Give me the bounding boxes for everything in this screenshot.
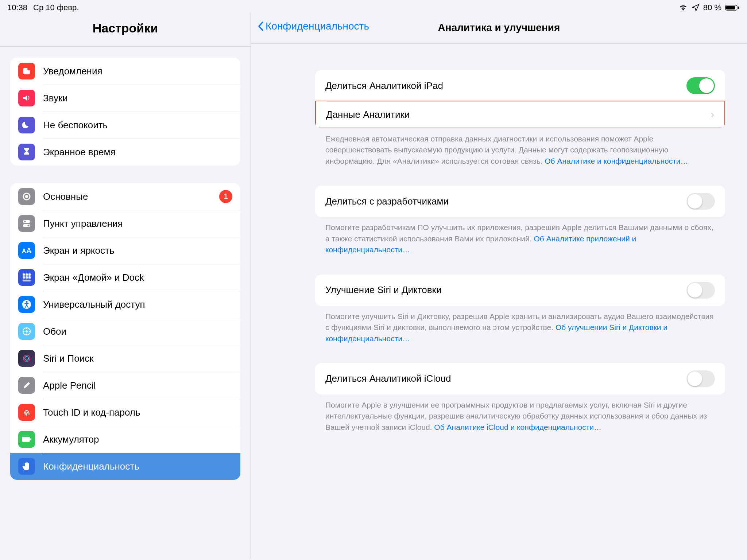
wallpaper-icon	[18, 323, 35, 340]
svg-point-28	[23, 355, 30, 362]
location-icon	[692, 4, 700, 12]
svg-point-4	[27, 67, 30, 70]
section-footer: Помогите улучшить Siri и Диктовку, разре…	[315, 306, 725, 344]
section-footer: Помогите разработчикам ПО улучшить их пр…	[315, 217, 725, 255]
notifications-icon	[18, 63, 35, 79]
svg-point-21	[26, 301, 28, 303]
sidebar-item-label: Siri и Поиск	[43, 353, 232, 364]
back-button[interactable]: Конфиденциальность	[258, 20, 369, 32]
sidebar-item-label: Пункт управления	[43, 218, 232, 229]
sidebar-title: Настройки	[0, 12, 251, 47]
toggle-share-developers[interactable]	[686, 193, 715, 210]
status-time: 10:38	[7, 3, 27, 12]
sidebar-item-label: Экран и яркость	[43, 245, 232, 256]
sidebar-item-dnd[interactable]: Не беспокоить	[10, 112, 240, 139]
svg-rect-1	[726, 6, 735, 9]
sidebar-item-touchid[interactable]: Touch ID и код-пароль	[10, 399, 240, 426]
sidebar-item-display[interactable]: AA Экран и яркость	[10, 237, 240, 264]
battery-icon	[725, 4, 740, 11]
battery-percent: 80 %	[703, 3, 721, 12]
toggle-improve-siri[interactable]	[686, 282, 715, 299]
sidebar-item-label: Основные	[43, 191, 219, 202]
svg-point-6	[25, 195, 28, 198]
pencil-icon	[18, 377, 35, 394]
sidebar-item-label: Экранное время	[43, 147, 232, 158]
battery-icon	[18, 431, 35, 448]
row-share-developers[interactable]: Делиться с разработчиками	[315, 186, 725, 217]
sidebar-item-label: Уведомления	[43, 66, 232, 77]
sidebar-item-home-dock[interactable]: Экран «Домой» и Dock	[10, 264, 240, 291]
gear-icon	[18, 188, 35, 205]
wifi-icon	[678, 4, 688, 11]
svg-rect-18	[28, 276, 31, 279]
svg-point-10	[28, 225, 30, 226]
sidebar-item-label: Touch ID и код-пароль	[43, 407, 232, 418]
svg-rect-14	[26, 273, 28, 276]
sidebar-item-control-center[interactable]: Пункт управления	[10, 210, 240, 237]
toggle-share-ipad-analytics[interactable]	[686, 77, 715, 94]
row-analytics-data[interactable]: Данные Аналитики ›	[315, 101, 725, 128]
badge: 1	[219, 190, 232, 203]
svg-rect-15	[28, 273, 31, 276]
sidebar-item-label: Универсальный доступ	[43, 299, 232, 310]
svg-rect-31	[30, 438, 31, 440]
home-grid-icon	[18, 269, 35, 286]
sidebar-item-accessibility[interactable]: Универсальный доступ	[10, 291, 240, 318]
sidebar-item-privacy[interactable]: Конфиденциальность	[10, 453, 240, 480]
section-footer: Ежедневная автоматическая отправка данны…	[315, 128, 725, 167]
sidebar-item-notifications[interactable]: Уведомления	[10, 58, 240, 85]
svg-rect-19	[23, 280, 31, 281]
svg-rect-17	[26, 276, 28, 279]
row-share-icloud-analytics[interactable]: Делиться Аналитикой iCloud	[315, 363, 725, 394]
sidebar-item-screentime[interactable]: Экранное время	[10, 139, 240, 166]
hourglass-icon	[18, 144, 35, 160]
row-share-ipad-analytics[interactable]: Делиться Аналитикой iPad	[315, 70, 725, 101]
svg-rect-30	[22, 437, 30, 442]
sidebar-item-general[interactable]: Основные 1	[10, 183, 240, 210]
svg-rect-2	[738, 7, 739, 9]
footer-link[interactable]: Об Аналитике и конфиденциальности…	[545, 157, 688, 165]
moon-icon	[18, 117, 35, 133]
svg-text:A: A	[22, 248, 26, 254]
sidebar-group-2: Основные 1 Пункт управления AA Экран и я…	[10, 183, 240, 480]
svg-point-8	[24, 221, 26, 222]
row-label: Делиться с разработчиками	[325, 196, 449, 207]
sidebar-item-sounds[interactable]: Звуки	[10, 85, 240, 112]
accessibility-icon	[18, 296, 35, 313]
sidebar-item-battery[interactable]: Аккумулятор	[10, 426, 240, 453]
sidebar-item-label: Конфиденциальность	[43, 461, 232, 472]
sounds-icon	[18, 90, 35, 106]
analytics-group: Делиться Аналитикой iPad Данные Аналитик…	[315, 70, 725, 128]
status-bar: 10:38 Ср 10 февр. 80 %	[0, 0, 747, 12]
sidebar-item-pencil[interactable]: Apple Pencil	[10, 372, 240, 399]
sidebar-item-wallpaper[interactable]: Обои	[10, 318, 240, 345]
back-label: Конфиденциальность	[266, 20, 369, 32]
toggle-share-icloud-analytics[interactable]	[686, 370, 715, 387]
svg-text:A: A	[26, 246, 31, 254]
row-improve-siri[interactable]: Улучшение Siri и Диктовки	[315, 275, 725, 306]
siri-icon	[18, 350, 35, 367]
footer-link[interactable]: Об Аналитике iCloud и конфиденциальности…	[434, 423, 601, 431]
toggles-icon	[18, 215, 35, 232]
footer-text: Помогите разработчикам ПО улучшить их пр…	[325, 223, 713, 242]
content-header: Конфиденциальность Аналитика и улучшения	[251, 12, 747, 44]
row-label: Делиться Аналитикой iPad	[325, 80, 443, 92]
status-date: Ср 10 февр.	[33, 3, 79, 12]
sidebar-item-label: Экран «Домой» и Dock	[43, 272, 232, 283]
row-label: Данные Аналитики	[326, 109, 410, 120]
chevron-right-icon: ›	[711, 109, 714, 120]
sidebar-item-label: Звуки	[43, 93, 232, 104]
fingerprint-icon	[18, 404, 35, 421]
sidebar-item-siri[interactable]: Siri и Поиск	[10, 345, 240, 372]
svg-rect-13	[23, 273, 25, 276]
sidebar-item-label: Не беспокоить	[43, 120, 232, 131]
content-pane: Конфиденциальность Аналитика и улучшения…	[251, 12, 747, 559]
section-footer: Помогите Apple в улучшении ее программны…	[315, 394, 725, 433]
hand-icon	[18, 458, 35, 475]
sidebar-item-label: Apple Pencil	[43, 380, 232, 391]
svg-point-29	[25, 357, 28, 360]
svg-point-23	[26, 330, 28, 332]
row-label: Делиться Аналитикой iCloud	[325, 373, 451, 384]
chevron-left-icon	[258, 21, 265, 32]
sidebar-item-label: Аккумулятор	[43, 434, 232, 445]
